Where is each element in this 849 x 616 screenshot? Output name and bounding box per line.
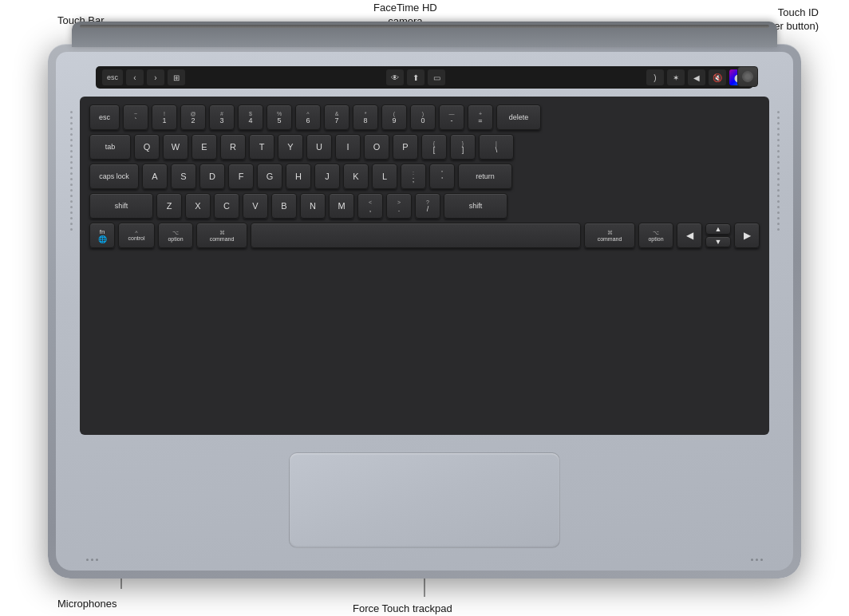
tb-eye-icon[interactable]: 👁 — [386, 69, 404, 85]
key-backslash[interactable]: |\ — [479, 134, 514, 160]
key-j[interactable]: J — [314, 164, 340, 189]
key-s[interactable]: S — [171, 164, 196, 189]
key-esc[interactable]: esc — [89, 105, 120, 130]
key-3[interactable]: #3 — [209, 105, 235, 130]
key-2[interactable]: @2 — [180, 105, 206, 130]
speaker-dot — [70, 195, 73, 197]
key-0[interactable]: )0 — [410, 105, 436, 130]
key-period[interactable]: >. — [386, 193, 412, 219]
key-8[interactable]: *8 — [353, 105, 378, 130]
tb-forward-icon[interactable]: › — [147, 69, 164, 85]
key-return[interactable]: return — [458, 164, 512, 189]
key-arrow-up[interactable]: ▲ — [705, 223, 731, 235]
key-space[interactable] — [251, 223, 581, 248]
tb-brightness-icon[interactable]: ✶ — [667, 69, 685, 85]
key-x[interactable]: X — [185, 193, 211, 219]
tb-share-icon[interactable]: ⬆ — [407, 69, 424, 85]
key-5[interactable]: %5 — [267, 105, 292, 130]
key-a[interactable]: A — [142, 164, 168, 189]
key-capslock[interactable]: caps lock — [89, 164, 139, 189]
mic-dot — [86, 559, 89, 561]
key-4[interactable]: $4 — [238, 105, 263, 130]
key-p[interactable]: P — [393, 134, 418, 160]
speaker-dot — [777, 116, 780, 119]
key-e[interactable]: E — [192, 134, 217, 160]
key-v[interactable]: V — [243, 193, 268, 219]
macbook-body: esc ‹ › ⊞ 👁 ⬆ ▭ ) ✶ ◀ 🔇 ⬤ — [48, 44, 801, 578]
key-f[interactable]: F — [228, 164, 254, 189]
speaker-dot — [777, 217, 780, 219]
key-option-right[interactable]: ⌥ option — [638, 223, 673, 248]
key-semicolon[interactable]: :; — [401, 164, 426, 189]
key-i[interactable]: I — [335, 134, 361, 160]
key-slash[interactable]: ?/ — [415, 193, 440, 219]
key-7[interactable]: &7 — [324, 105, 349, 130]
key-r[interactable]: R — [220, 134, 246, 160]
tb-esc-key[interactable]: esc — [102, 69, 123, 85]
key-l[interactable]: L — [372, 164, 397, 189]
key-m[interactable]: M — [329, 193, 354, 219]
key-b[interactable]: B — [271, 193, 297, 219]
key-q[interactable]: Q — [134, 134, 160, 160]
key-d[interactable]: D — [199, 164, 225, 189]
key-c[interactable]: C — [214, 193, 239, 219]
key-command-left[interactable]: ⌘ command — [196, 223, 247, 248]
key-rbracket[interactable]: }] — [450, 134, 476, 160]
key-row-modifiers: fn 🌐 ^ control ⌥ option ⌘ command — [89, 223, 760, 248]
key-u[interactable]: U — [306, 134, 332, 160]
mic-dot — [760, 559, 763, 561]
key-o[interactable]: O — [364, 134, 389, 160]
speaker-dot — [70, 150, 73, 152]
key-9[interactable]: (9 — [381, 105, 407, 130]
speaker-dot — [70, 178, 73, 180]
key-control[interactable]: ^ control — [118, 223, 155, 248]
key-y[interactable]: Y — [278, 134, 303, 160]
microphone-right — [751, 559, 763, 561]
key-h[interactable]: H — [286, 164, 311, 189]
key-option-left[interactable]: ⌥ option — [158, 223, 193, 248]
key-tilde[interactable]: ~` — [123, 105, 148, 130]
key-comma[interactable]: <, — [357, 193, 383, 219]
key-g[interactable]: G — [257, 164, 282, 189]
touch-bar: esc ‹ › ⊞ 👁 ⬆ ▭ ) ✶ ◀ 🔇 ⬤ — [96, 66, 753, 89]
key-equals[interactable]: += — [468, 105, 493, 130]
mic-dot — [751, 559, 753, 561]
key-quote[interactable]: "' — [429, 164, 455, 189]
key-z[interactable]: Z — [156, 193, 182, 219]
touch-id-button[interactable] — [737, 66, 758, 87]
key-6[interactable]: ^6 — [295, 105, 321, 130]
key-shift-left[interactable]: shift — [89, 193, 153, 219]
screen-lid — [72, 22, 777, 47]
tb-screen-icon[interactable]: ▭ — [428, 69, 445, 85]
key-command-right[interactable]: ⌘ command — [584, 223, 635, 248]
key-arrow-down[interactable]: ▼ — [705, 236, 731, 247]
speaker-dot — [777, 167, 780, 169]
speaker-dot — [777, 189, 780, 192]
key-arrow-left[interactable]: ◀ — [677, 223, 702, 248]
key-1[interactable]: !1 — [152, 105, 177, 130]
key-n[interactable]: N — [300, 193, 326, 219]
speaker-dot — [70, 211, 73, 214]
tb-moon-icon[interactable]: ) — [646, 69, 664, 85]
key-minus[interactable]: —- — [439, 105, 464, 130]
key-delete[interactable]: delete — [496, 105, 541, 130]
tb-grid-icon[interactable]: ⊞ — [168, 69, 185, 85]
key-shift-right[interactable]: shift — [444, 193, 507, 219]
speaker-dot — [70, 206, 73, 208]
key-lbracket[interactable]: {[ — [421, 134, 447, 160]
key-t[interactable]: T — [249, 134, 274, 160]
speaker-dot — [70, 200, 73, 203]
force-touch-trackpad[interactable] — [289, 452, 560, 548]
key-arrow-right[interactable]: ▶ — [734, 223, 760, 248]
tb-volume-icon[interactable]: ◀ — [688, 69, 705, 85]
key-tab[interactable]: tab — [89, 134, 131, 160]
speaker-dot — [777, 161, 780, 164]
key-fn[interactable]: fn 🌐 — [89, 223, 115, 248]
tb-back-icon[interactable]: ‹ — [126, 69, 144, 85]
speaker-dot — [70, 189, 73, 192]
key-k[interactable]: K — [343, 164, 369, 189]
speaker-dot — [70, 128, 73, 130]
tb-mute-icon[interactable]: 🔇 — [709, 69, 726, 85]
mic-dot — [756, 559, 758, 561]
key-w[interactable]: W — [163, 134, 188, 160]
